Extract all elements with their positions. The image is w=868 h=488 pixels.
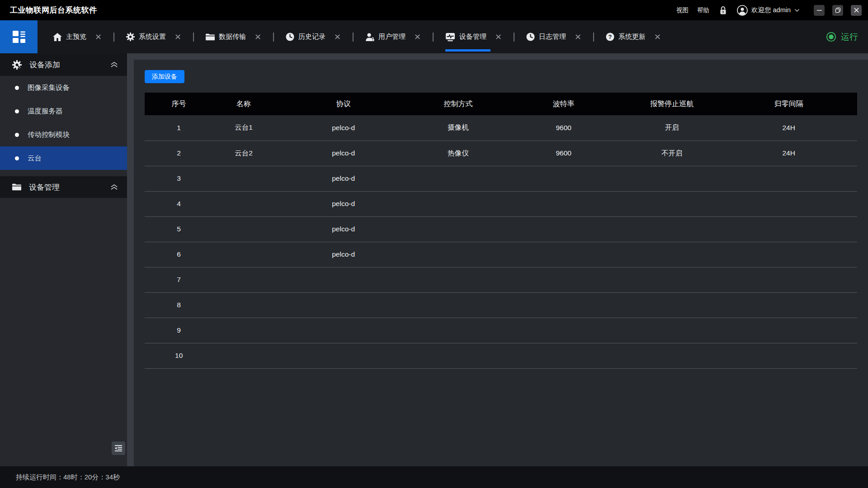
column-header-序号: 序号 (145, 93, 213, 115)
chevron-down-icon (794, 9, 800, 12)
menu-help[interactable]: 帮助 (697, 6, 709, 14)
tab-数据传输[interactable]: 数据传输 (197, 20, 270, 53)
tab-close-icon[interactable] (495, 33, 502, 40)
table-cell (213, 242, 274, 267)
table-row[interactable]: 1云台1pelco-d摄像机9600开启24H (145, 115, 857, 141)
tab-用户管理[interactable]: 用户管理 (356, 20, 430, 53)
table-cell (413, 292, 504, 318)
tab-label: 数据传输 (219, 33, 246, 41)
table-cell (213, 292, 274, 318)
question-icon: ? (606, 33, 614, 41)
table-cell (413, 242, 504, 267)
column-header-报警停止巡航: 报警停止巡航 (623, 93, 720, 115)
table-row[interactable]: 2云台2pelco-d热像仪9600不开启24H (145, 141, 857, 166)
tab-separator (113, 33, 114, 42)
table-row[interactable]: 10 (145, 343, 857, 368)
tab-系统更新[interactable]: ?系统更新 (597, 20, 670, 53)
home-icon (53, 33, 62, 41)
table-row[interactable]: 6pelco-d (145, 242, 857, 267)
tab-close-icon[interactable] (414, 33, 421, 40)
table-cell: 9 (145, 318, 213, 343)
menu-view[interactable]: 视图 (676, 6, 689, 14)
tab-separator (353, 33, 354, 42)
table-cell (504, 267, 623, 292)
tab-设备管理[interactable]: 设备管理 (436, 20, 511, 53)
tab-label: 历史记录 (298, 33, 326, 41)
tab-close-icon[interactable] (334, 33, 341, 40)
clock-icon (526, 33, 535, 41)
window-controls (814, 5, 862, 16)
table-cell: pelco-d (274, 191, 413, 216)
tab-close-icon[interactable] (654, 33, 661, 40)
lock-icon[interactable] (720, 6, 726, 15)
table-cell (413, 318, 504, 343)
run-status-label: 运行 (841, 31, 858, 43)
sidebar-collapse-button[interactable] (112, 441, 125, 455)
sidebar-item-云台[interactable]: 云台 (0, 146, 127, 170)
tab-close-icon[interactable] (255, 33, 261, 40)
tab-label: 系统设置 (139, 33, 166, 41)
minimize-button[interactable] (814, 5, 825, 16)
active-tab-underline (445, 49, 491, 52)
user-lock-icon (365, 33, 374, 41)
tab-list: 主预览系统设置数据传输历史记录用户管理设备管理日志管理?系统更新 (44, 20, 670, 53)
table-row[interactable]: 4pelco-d (145, 191, 857, 216)
table-cell (720, 267, 857, 292)
chevrons-up-icon[interactable] (110, 61, 118, 68)
user-menu[interactable]: 欢迎您 admin (737, 5, 800, 16)
table-header-row: 序号名称协议控制方式波特率报警停止巡航归零间隔 (145, 93, 857, 115)
gear-wrench-icon (12, 60, 22, 70)
table-row[interactable]: 8 (145, 292, 857, 318)
app-title: 工业物联网后台系统软件 (10, 5, 97, 15)
sidebar-scrollbar[interactable] (127, 53, 134, 466)
table-cell: 10 (145, 343, 213, 368)
table-row[interactable]: 3pelco-d (145, 166, 857, 191)
tab-日志管理[interactable]: 日志管理 (517, 20, 590, 53)
sidebar-nav: 设备添加图像采集设备温度服务器传动控制模块云台设备管理 (0, 53, 127, 198)
sidebar-item-label: 传动控制模块 (28, 130, 70, 140)
table-cell (504, 191, 623, 216)
table-cell (213, 216, 274, 242)
chevrons-up-icon[interactable] (110, 184, 118, 190)
tab-主预览[interactable]: 主预览 (44, 20, 111, 53)
table-cell: 热像仪 (413, 141, 504, 166)
table-cell: 摄像机 (413, 115, 504, 141)
table-cell (623, 242, 720, 267)
uptime-text: 持续运行时间：48时：20分：34秒 (16, 473, 120, 482)
sidebar-item-温度服务器[interactable]: 温度服务器 (0, 99, 127, 123)
restore-button[interactable] (832, 5, 843, 16)
tab-close-icon[interactable] (575, 33, 581, 40)
tab-历史记录[interactable]: 历史记录 (277, 20, 350, 53)
sidebar-item-图像采集设备[interactable]: 图像采集设备 (0, 76, 127, 99)
table-cell (504, 292, 623, 318)
column-header-波特率: 波特率 (504, 93, 623, 115)
section-header-设备添加[interactable]: 设备添加 (0, 53, 127, 76)
table-cell (504, 242, 623, 267)
table-cell (274, 267, 413, 292)
tab-separator (514, 33, 514, 42)
tab-close-icon[interactable] (95, 33, 102, 40)
table-cell (213, 166, 274, 191)
table-cell: 3 (145, 166, 213, 191)
dashboard-icon (11, 29, 27, 45)
table-cell (720, 318, 857, 343)
table-cell: pelco-d (274, 166, 413, 191)
device-table: 序号名称协议控制方式波特率报警停止巡航归零间隔 1云台1pelco-d摄像机96… (145, 93, 857, 369)
tab-close-icon[interactable] (175, 33, 181, 40)
table-row[interactable]: 9 (145, 318, 857, 343)
table-cell: 8 (145, 292, 213, 318)
table-cell (623, 191, 720, 216)
table-cell (213, 318, 274, 343)
avatar-icon (737, 5, 748, 16)
table-row[interactable]: 7 (145, 267, 857, 292)
section-header-设备管理[interactable]: 设备管理 (0, 176, 127, 198)
tab-label: 用户管理 (378, 33, 406, 41)
table-row[interactable]: 5pelco-d (145, 216, 857, 242)
add-device-button[interactable]: 添加设备 (145, 70, 184, 83)
sidebar-item-传动控制模块[interactable]: 传动控制模块 (0, 123, 127, 146)
table-cell (504, 318, 623, 343)
close-button[interactable] (851, 5, 862, 16)
tab-系统设置[interactable]: 系统设置 (117, 20, 190, 53)
table-cell (623, 343, 720, 368)
app-logo[interactable] (0, 20, 38, 53)
